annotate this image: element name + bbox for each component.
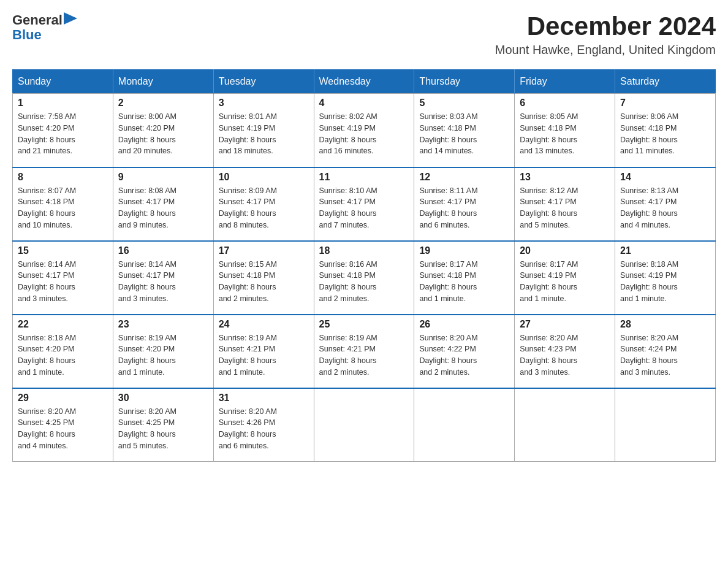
day-number: 22 (18, 319, 108, 330)
calendar-cell (314, 388, 414, 462)
calendar-cell: 20 Sunrise: 8:17 AM Sunset: 4:19 PM Dayl… (515, 241, 615, 315)
day-info: Sunrise: 8:00 AM Sunset: 4:20 PM Dayligh… (118, 111, 208, 157)
day-number: 9 (118, 172, 208, 183)
calendar-cell: 22 Sunrise: 8:18 AM Sunset: 4:20 PM Dayl… (13, 315, 113, 388)
day-info: Sunrise: 8:13 AM Sunset: 4:17 PM Dayligh… (620, 185, 710, 231)
svg-marker-0 (64, 12, 77, 25)
day-number: 7 (620, 98, 710, 109)
calendar-cell: 2 Sunrise: 8:00 AM Sunset: 4:20 PM Dayli… (113, 94, 213, 167)
calendar-cell: 1 Sunrise: 7:58 AM Sunset: 4:20 PM Dayli… (13, 94, 113, 167)
day-number: 8 (18, 172, 108, 183)
calendar-cell: 26 Sunrise: 8:20 AM Sunset: 4:22 PM Dayl… (414, 315, 515, 388)
day-info: Sunrise: 8:11 AM Sunset: 4:17 PM Dayligh… (419, 185, 509, 231)
day-info: Sunrise: 8:18 AM Sunset: 4:19 PM Dayligh… (620, 259, 710, 305)
col-tuesday: Tuesday (213, 70, 314, 94)
header-row: Sunday Monday Tuesday Wednesday Thursday… (13, 70, 716, 94)
day-number: 20 (520, 245, 610, 256)
day-number: 2 (118, 98, 208, 109)
logo-text-blue: Blue (12, 27, 42, 43)
day-number: 29 (18, 393, 108, 404)
day-number: 31 (219, 393, 309, 404)
calendar-cell: 24 Sunrise: 8:19 AM Sunset: 4:21 PM Dayl… (213, 315, 314, 388)
day-number: 18 (319, 245, 409, 256)
calendar-cell: 14 Sunrise: 8:13 AM Sunset: 4:17 PM Dayl… (615, 167, 716, 241)
calendar-cell: 9 Sunrise: 8:08 AM Sunset: 4:17 PM Dayli… (113, 167, 213, 241)
day-number: 10 (219, 172, 309, 183)
calendar-cell: 13 Sunrise: 8:12 AM Sunset: 4:17 PM Dayl… (515, 167, 615, 241)
calendar-cell: 4 Sunrise: 8:02 AM Sunset: 4:19 PM Dayli… (314, 94, 414, 167)
day-info: Sunrise: 8:19 AM Sunset: 4:21 PM Dayligh… (219, 332, 309, 378)
calendar-cell: 28 Sunrise: 8:20 AM Sunset: 4:24 PM Dayl… (615, 315, 716, 388)
calendar-cell: 27 Sunrise: 8:20 AM Sunset: 4:23 PM Dayl… (515, 315, 615, 388)
day-info: Sunrise: 8:02 AM Sunset: 4:19 PM Dayligh… (319, 111, 409, 157)
col-monday: Monday (113, 70, 213, 94)
day-info: Sunrise: 8:09 AM Sunset: 4:17 PM Dayligh… (219, 185, 309, 231)
calendar-week-5: 29 Sunrise: 8:20 AM Sunset: 4:25 PM Dayl… (13, 388, 716, 462)
col-saturday: Saturday (615, 70, 716, 94)
col-friday: Friday (515, 70, 615, 94)
day-number: 19 (419, 245, 509, 256)
day-info: Sunrise: 8:20 AM Sunset: 4:24 PM Dayligh… (620, 332, 710, 378)
day-info: Sunrise: 8:18 AM Sunset: 4:20 PM Dayligh… (18, 332, 108, 378)
calendar-cell: 15 Sunrise: 8:14 AM Sunset: 4:17 PM Dayl… (13, 241, 113, 315)
day-number: 5 (419, 98, 509, 109)
day-number: 28 (620, 319, 710, 330)
day-info: Sunrise: 8:15 AM Sunset: 4:18 PM Dayligh… (219, 259, 309, 305)
day-number: 3 (219, 98, 309, 109)
calendar-week-4: 22 Sunrise: 8:18 AM Sunset: 4:20 PM Dayl… (13, 315, 716, 388)
calendar-cell: 17 Sunrise: 8:15 AM Sunset: 4:18 PM Dayl… (213, 241, 314, 315)
calendar-table: Sunday Monday Tuesday Wednesday Thursday… (12, 69, 716, 462)
calendar-cell: 19 Sunrise: 8:17 AM Sunset: 4:18 PM Dayl… (414, 241, 515, 315)
day-info: Sunrise: 8:14 AM Sunset: 4:17 PM Dayligh… (118, 259, 208, 305)
day-info: Sunrise: 8:20 AM Sunset: 4:23 PM Dayligh… (520, 332, 610, 378)
day-info: Sunrise: 8:08 AM Sunset: 4:17 PM Dayligh… (118, 185, 208, 231)
title-block: December 2024 Mount Hawke, England, Unit… (495, 12, 716, 57)
calendar-week-3: 15 Sunrise: 8:14 AM Sunset: 4:17 PM Dayl… (13, 241, 716, 315)
calendar-cell: 21 Sunrise: 8:18 AM Sunset: 4:19 PM Dayl… (615, 241, 716, 315)
day-info: Sunrise: 8:19 AM Sunset: 4:21 PM Dayligh… (319, 332, 409, 378)
calendar-week-1: 1 Sunrise: 7:58 AM Sunset: 4:20 PM Dayli… (13, 94, 716, 167)
day-info: Sunrise: 8:20 AM Sunset: 4:22 PM Dayligh… (419, 332, 509, 378)
day-number: 17 (219, 245, 309, 256)
day-number: 15 (18, 245, 108, 256)
day-info: Sunrise: 8:01 AM Sunset: 4:19 PM Dayligh… (219, 111, 309, 157)
day-number: 27 (520, 319, 610, 330)
calendar-cell: 6 Sunrise: 8:05 AM Sunset: 4:18 PM Dayli… (515, 94, 615, 167)
day-number: 4 (319, 98, 409, 109)
calendar-cell: 16 Sunrise: 8:14 AM Sunset: 4:17 PM Dayl… (113, 241, 213, 315)
day-info: Sunrise: 8:07 AM Sunset: 4:18 PM Dayligh… (18, 185, 108, 231)
calendar-cell (414, 388, 515, 462)
calendar-cell: 10 Sunrise: 8:09 AM Sunset: 4:17 PM Dayl… (213, 167, 314, 241)
day-info: Sunrise: 8:20 AM Sunset: 4:25 PM Dayligh… (118, 406, 208, 452)
calendar-cell: 7 Sunrise: 8:06 AM Sunset: 4:18 PM Dayli… (615, 94, 716, 167)
day-info: Sunrise: 8:14 AM Sunset: 4:17 PM Dayligh… (18, 259, 108, 305)
location-text: Mount Hawke, England, United Kingdom (495, 43, 716, 57)
day-info: Sunrise: 8:10 AM Sunset: 4:17 PM Dayligh… (319, 185, 409, 231)
day-info: Sunrise: 8:20 AM Sunset: 4:25 PM Dayligh… (18, 406, 108, 452)
month-title: December 2024 (495, 12, 716, 40)
calendar-cell: 12 Sunrise: 8:11 AM Sunset: 4:17 PM Dayl… (414, 167, 515, 241)
col-wednesday: Wednesday (314, 70, 414, 94)
day-number: 13 (520, 172, 610, 183)
day-info: Sunrise: 8:19 AM Sunset: 4:20 PM Dayligh… (118, 332, 208, 378)
calendar-cell: 8 Sunrise: 8:07 AM Sunset: 4:18 PM Dayli… (13, 167, 113, 241)
day-number: 11 (319, 172, 409, 183)
day-number: 16 (118, 245, 208, 256)
col-sunday: Sunday (13, 70, 113, 94)
day-number: 23 (118, 319, 208, 330)
day-info: Sunrise: 8:12 AM Sunset: 4:17 PM Dayligh… (520, 185, 610, 231)
day-info: Sunrise: 8:17 AM Sunset: 4:18 PM Dayligh… (419, 259, 509, 305)
calendar-cell: 5 Sunrise: 8:03 AM Sunset: 4:18 PM Dayli… (414, 94, 515, 167)
calendar-cell: 3 Sunrise: 8:01 AM Sunset: 4:19 PM Dayli… (213, 94, 314, 167)
logo-arrow-icon (64, 12, 77, 25)
day-number: 21 (620, 245, 710, 256)
calendar-cell: 11 Sunrise: 8:10 AM Sunset: 4:17 PM Dayl… (314, 167, 414, 241)
day-info: Sunrise: 8:17 AM Sunset: 4:19 PM Dayligh… (520, 259, 610, 305)
day-info: Sunrise: 8:03 AM Sunset: 4:18 PM Dayligh… (419, 111, 509, 157)
calendar-cell: 18 Sunrise: 8:16 AM Sunset: 4:18 PM Dayl… (314, 241, 414, 315)
calendar-cell: 29 Sunrise: 8:20 AM Sunset: 4:25 PM Dayl… (13, 388, 113, 462)
calendar-cell (615, 388, 716, 462)
day-info: Sunrise: 8:16 AM Sunset: 4:18 PM Dayligh… (319, 259, 409, 305)
day-number: 12 (419, 172, 509, 183)
day-number: 30 (118, 393, 208, 404)
